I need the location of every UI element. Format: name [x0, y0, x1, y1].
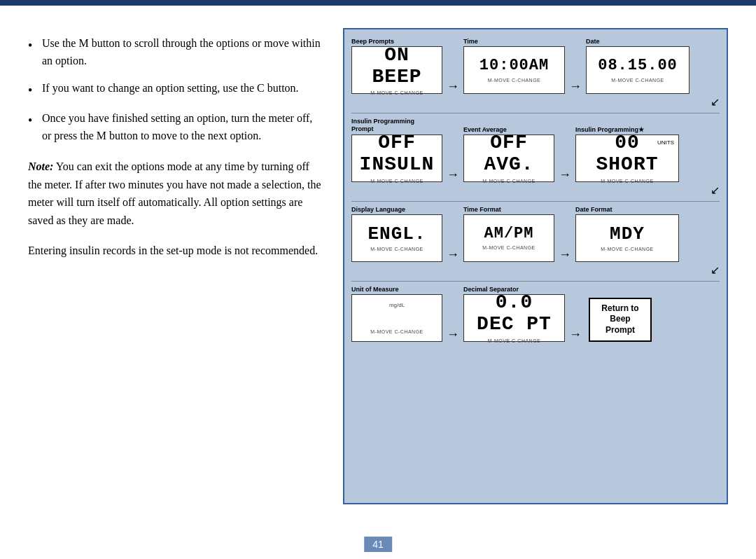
separator-1 [351, 113, 720, 113]
label-display-lang: Display Language [351, 206, 405, 213]
arrow-2-1: → [447, 167, 459, 182]
note-prefix: Note: [28, 160, 53, 172]
lcd-insulin-prompt: OFFINSULN M-MOVE C-CHANGE [351, 134, 442, 182]
lcd-date-sub: M-MOVE C-CHANGE [611, 78, 664, 83]
bullet-text-1: Use the M button to scroll through the o… [42, 35, 322, 70]
cell-time-format: Time Format AM/PM M-MOVE C-CHANGE [463, 206, 554, 262]
arrow-4-1: → [447, 327, 459, 342]
note-paragraph: Note: You can exit the options mode at a… [28, 158, 322, 229]
cell-time: Time 10:00AM M-MOVE C-CHANGE [463, 38, 565, 94]
lcd-event-avg: OFFAVG. M-MOVE C-CHANGE [463, 134, 554, 182]
return-arrow-row3: ↙ [351, 263, 720, 277]
return-to-beep-btn[interactable]: Return to Beep Prompt [589, 298, 652, 342]
label-time-format: Time Format [463, 206, 501, 213]
lcd-date-text: 08.15.00 [598, 57, 678, 74]
entering-paragraph: Entering insulin records in the set-up m… [28, 242, 322, 260]
label-date: Date [586, 38, 600, 45]
cell-decimal-sep: Decimal Separator 0.0DEC PT M-MOVE C-CHA… [463, 286, 565, 342]
diagram-row-1: Beep Prompts ONBEEP M-MOVE C-CHANGE → Ti… [351, 38, 720, 94]
bullet-text-3: Once you have finished setting an option… [42, 110, 322, 145]
return-btn-line2: Beep Prompt [606, 314, 635, 335]
lcd-beep-prompts: ONBEEP M-MOVE C-CHANGE [351, 46, 442, 94]
diagram-row-4: Unit of Measure mg/dL M-MOVE C-CHANGE → … [351, 286, 720, 342]
lcd-decimal-sep: 0.0DEC PT M-MOVE C-CHANGE [463, 294, 565, 342]
return-arrow-row2: ↙ [351, 184, 720, 197]
bullet-dot-2: • [28, 81, 42, 101]
label-insulin-prompt: Insulin Programming Prompt [351, 118, 414, 133]
return-btn-line1: Return to [601, 303, 638, 313]
lcd-insulin-prompt-sub: M-MOVE C-CHANGE [370, 179, 424, 184]
lcd-beep-prompts-sub: M-MOVE C-CHANGE [370, 90, 424, 95]
cell-beep-prompts: Beep Prompts ONBEEP M-MOVE C-CHANGE [351, 38, 442, 94]
right-column: Beep Prompts ONBEEP M-MOVE C-CHANGE → Ti… [343, 21, 728, 531]
cell-insulin-prompt: Insulin Programming Prompt OFFINSULN M-M… [351, 118, 442, 182]
lcd-mgdl: mg/dL [389, 302, 405, 308]
top-bar [0, 0, 756, 6]
arrow-1-1: → [447, 79, 459, 94]
lcd-insulin-prog-sub: M-MOVE C-CHANGE [601, 179, 654, 184]
cell-event-avg: Event Average OFFAVG. M-MOVE C-CHANGE [463, 126, 554, 182]
diagram-row-2: Insulin Programming Prompt OFFINSULN M-M… [351, 118, 720, 182]
lcd-date-format-sub: M-MOVE C-CHANGE [601, 247, 654, 251]
lcd-decimal-sep-text: 0.0DEC PT [477, 292, 552, 336]
cell-insulin-prog: Insulin Programming★ UNITS 00SHORT M-MOV… [575, 126, 679, 182]
lcd-time: 10:00AM M-MOVE C-CHANGE [463, 46, 565, 94]
lcd-insulin-prompt-text: OFFINSULN [360, 132, 435, 176]
arrow-4-2: → [569, 327, 582, 342]
bullet-item-2: • If you want to change an option settin… [28, 80, 322, 101]
bullet-dot-1: • [28, 36, 42, 56]
label-time: Time [463, 38, 478, 45]
cell-date: Date 08.15.00 M-MOVE C-CHANGE [586, 38, 690, 94]
cell-unit-measure: Unit of Measure mg/dL M-MOVE C-CHANGE [351, 286, 442, 342]
lcd-time-format-sub: M-MOVE C-CHANGE [482, 245, 536, 250]
bullet-dot-3: • [28, 111, 42, 131]
lcd-time-format: AM/PM M-MOVE C-CHANGE [463, 214, 554, 262]
arrow-2-2: → [559, 167, 571, 182]
return-arrow-row1: ↙ [351, 95, 720, 109]
lcd-insulin-prog-text: 00SHORT [596, 132, 658, 176]
lcd-date-format: MDY M-MOVE C-CHANGE [575, 214, 679, 262]
lcd-units: UNITS [657, 139, 674, 146]
bullet-list: • Use the M button to scroll through the… [28, 35, 322, 145]
lcd-event-avg-sub: M-MOVE C-CHANGE [482, 179, 536, 184]
lcd-date-format-text: MDY [610, 224, 645, 244]
separator-3 [351, 281, 720, 282]
page-number: 41 [364, 537, 392, 552]
lcd-time-sub: M-MOVE C-CHANGE [488, 78, 541, 83]
lcd-display-lang: ENGL. M-MOVE C-CHANGE [351, 214, 442, 262]
arrow-1-2: → [569, 79, 582, 94]
cell-date-format: Date Format MDY M-MOVE C-CHANGE [575, 206, 679, 262]
arrow-3-2: → [559, 247, 571, 262]
lcd-beep-prompts-text: ONBEEP [372, 45, 421, 88]
label-date-format: Date Format [575, 206, 612, 213]
lcd-decimal-sep-sub: M-MOVE C-CHANGE [488, 338, 541, 343]
note-body: You can exit the options mode at any tim… [28, 160, 321, 226]
lcd-insulin-prog: UNITS 00SHORT M-MOVE C-CHANGE [575, 134, 679, 182]
lcd-date: 08.15.00 M-MOVE C-CHANGE [586, 46, 690, 94]
bullet-item-1: • Use the M button to scroll through the… [28, 35, 322, 70]
left-column: • Use the M button to scroll through the… [28, 21, 322, 531]
lcd-event-avg-text: OFFAVG. [484, 132, 533, 176]
label-unit-measure: Unit of Measure [351, 286, 399, 293]
bullet-item-3: • Once you have finished setting an opti… [28, 110, 322, 145]
bullet-text-2: If you want to change an option setting,… [42, 80, 299, 97]
lcd-time-text: 10:00AM [479, 57, 549, 74]
diagram-row-3: Display Language ENGL. M-MOVE C-CHANGE →… [351, 206, 720, 262]
lcd-time-format-text: AM/PM [484, 226, 533, 242]
content-area: • Use the M button to scroll through the… [28, 21, 728, 531]
lcd-display-lang-sub: M-MOVE C-CHANGE [370, 247, 424, 251]
diagram-box: Beep Prompts ONBEEP M-MOVE C-CHANGE → Ti… [343, 28, 728, 504]
lcd-display-lang-text: ENGL. [368, 224, 426, 244]
separator-2 [351, 201, 720, 202]
cell-display-lang: Display Language ENGL. M-MOVE C-CHANGE [351, 206, 442, 262]
lcd-unit-measure-sub: M-MOVE C-CHANGE [370, 329, 424, 334]
lcd-unit-measure: mg/dL M-MOVE C-CHANGE [351, 294, 442, 342]
arrow-3-1: → [447, 247, 459, 262]
